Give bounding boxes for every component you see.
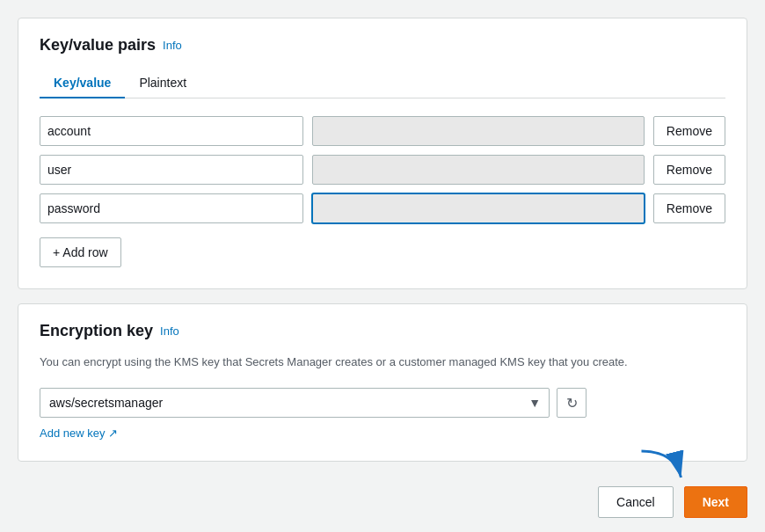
- kms-select[interactable]: aws/secretsmanager: [40, 388, 550, 418]
- keyvalue-info-link[interactable]: Info: [163, 39, 182, 52]
- kv-value-input-1[interactable]: [312, 116, 645, 146]
- kv-value-input-3[interactable]: [312, 193, 645, 223]
- kv-key-input-2[interactable]: [40, 155, 303, 185]
- kms-select-wrapper: aws/secretsmanager ▼: [40, 388, 550, 418]
- keyvalue-card: Key/value pairs Info Key/value Plaintext…: [18, 18, 747, 289]
- encryption-title: Encryption key: [40, 322, 153, 340]
- refresh-icon: ↻: [566, 395, 578, 412]
- keyvalue-title: Key/value pairs: [40, 36, 156, 55]
- tabs-container: Key/value Plaintext: [40, 69, 725, 98]
- tab-keyvalue[interactable]: Key/value: [40, 69, 125, 98]
- kv-row-2: Remove: [40, 155, 725, 185]
- remove-btn-3[interactable]: Remove: [653, 193, 725, 223]
- kv-row-3: Remove: [40, 193, 725, 223]
- external-link-icon: ↗: [108, 426, 118, 440]
- encryption-title-row: Encryption key Info: [40, 322, 725, 340]
- refresh-button[interactable]: ↻: [557, 388, 586, 418]
- next-button[interactable]: Next: [684, 486, 747, 518]
- kv-row-1: Remove: [40, 116, 725, 146]
- tab-plaintext[interactable]: Plaintext: [125, 69, 200, 98]
- encryption-description: You can encrypt using the KMS key that S…: [40, 354, 725, 370]
- kv-rows-container: Remove Remove Remove: [40, 116, 725, 223]
- arrow-decoration: [635, 442, 688, 486]
- encryption-info-link[interactable]: Info: [160, 324, 179, 338]
- footer: Cancel Next: [18, 476, 747, 528]
- add-row-button[interactable]: + Add row: [40, 237, 121, 267]
- remove-btn-2[interactable]: Remove: [653, 155, 725, 185]
- kv-key-input-3[interactable]: [40, 193, 303, 223]
- page-wrapper: Key/value pairs Info Key/value Plaintext…: [18, 18, 747, 528]
- cancel-button[interactable]: Cancel: [598, 486, 674, 518]
- encryption-card: Encryption key Info You can encrypt usin…: [18, 303, 747, 462]
- kv-key-input-1[interactable]: [40, 116, 303, 146]
- encryption-row: aws/secretsmanager ▼ ↻: [40, 388, 725, 418]
- keyvalue-title-row: Key/value pairs Info: [40, 36, 725, 55]
- remove-btn-1[interactable]: Remove: [653, 116, 725, 146]
- kv-value-input-2[interactable]: [312, 155, 645, 185]
- add-new-key-link[interactable]: Add new key ↗: [40, 426, 725, 440]
